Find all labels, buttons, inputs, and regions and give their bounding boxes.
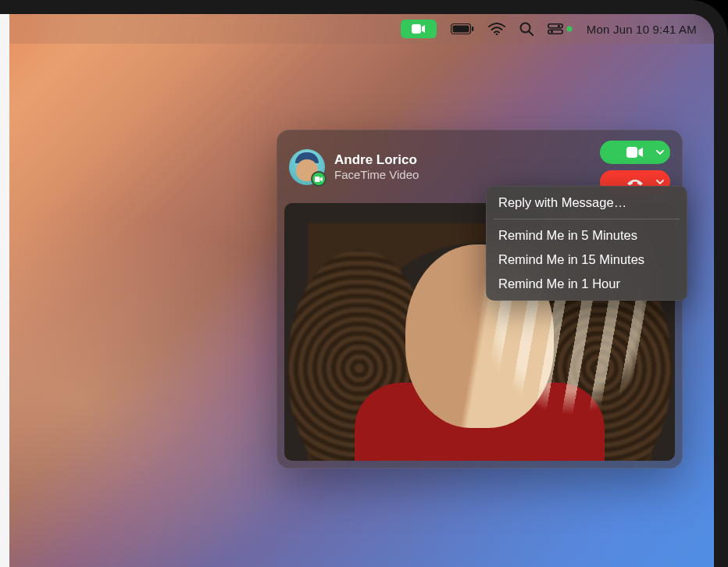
spotlight-search[interactable] xyxy=(519,22,534,36)
privacy-dot-icon xyxy=(566,26,573,32)
wifi-icon xyxy=(488,23,505,35)
svg-rect-2 xyxy=(452,26,469,33)
caller-info: Andre Lorico FaceTime Video xyxy=(334,152,591,183)
video-camera-icon xyxy=(412,24,426,34)
menu-item-remind-1hour[interactable]: Remind Me in 1 Hour xyxy=(486,272,687,296)
svg-point-8 xyxy=(558,25,560,27)
svg-rect-13 xyxy=(626,147,637,158)
menu-item-reply-message[interactable]: Reply with Message… xyxy=(486,191,687,215)
chevron-down-icon xyxy=(656,150,664,155)
video-camera-icon xyxy=(626,147,644,158)
svg-point-4 xyxy=(496,34,498,35)
control-center[interactable] xyxy=(548,23,573,34)
menu-item-remind-5min[interactable]: Remind Me in 5 Minutes xyxy=(486,223,687,248)
facetime-incoming-notification: Andre Lorico FaceTime Video xyxy=(277,130,683,469)
caller-avatar xyxy=(289,149,325,185)
menu-item-remind-15min[interactable]: Remind Me in 15 Minutes xyxy=(486,248,687,272)
svg-point-10 xyxy=(551,30,553,33)
caller-name: Andre Lorico xyxy=(334,152,591,168)
decline-options-menu: Reply with Message… Remind Me in 5 Minut… xyxy=(486,186,687,301)
svg-rect-9 xyxy=(548,30,562,34)
svg-rect-7 xyxy=(548,24,562,28)
facetime-menubar-indicator[interactable] xyxy=(401,20,437,38)
svg-rect-0 xyxy=(412,24,421,34)
facetime-badge xyxy=(311,171,327,187)
menubar: Mon Jun 10 9:41 AM xyxy=(9,14,714,44)
chevron-down-icon xyxy=(656,180,664,184)
menu-separator xyxy=(494,219,680,219)
phone-hangup-icon xyxy=(626,178,644,186)
svg-rect-3 xyxy=(472,27,473,31)
svg-line-6 xyxy=(529,32,533,36)
battery-icon xyxy=(451,23,474,34)
battery-status[interactable] xyxy=(451,23,474,34)
call-type-label: FaceTime Video xyxy=(334,168,591,183)
desktop: Mon Jun 10 9:41 AM Andre Lorico FaceTime… xyxy=(9,14,714,567)
wifi-status[interactable] xyxy=(488,23,505,35)
svg-rect-12 xyxy=(315,177,320,182)
device-bezel: Mon Jun 10 9:41 AM Andre Lorico FaceTime… xyxy=(9,0,728,567)
video-camera-icon xyxy=(315,177,323,182)
svg-point-11 xyxy=(566,27,572,32)
menubar-datetime[interactable]: Mon Jun 10 9:41 AM xyxy=(587,23,697,36)
control-center-icon xyxy=(548,23,563,34)
accept-call-button[interactable] xyxy=(600,141,670,164)
search-icon xyxy=(519,22,534,36)
svg-point-5 xyxy=(520,23,530,33)
